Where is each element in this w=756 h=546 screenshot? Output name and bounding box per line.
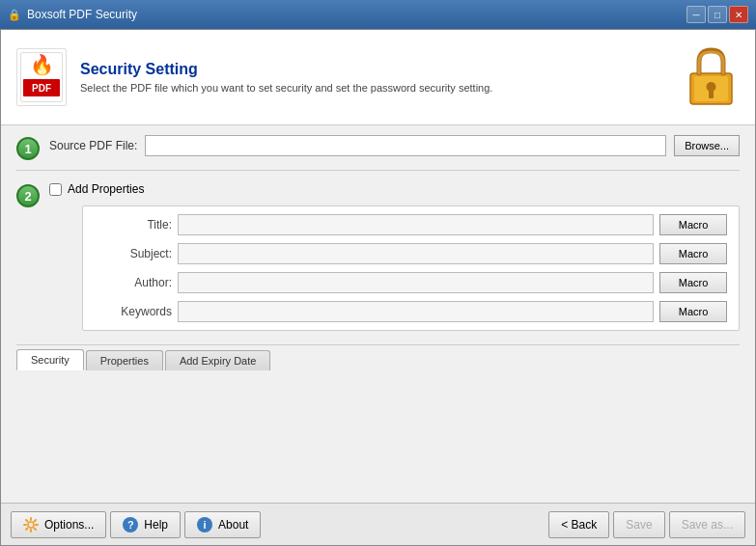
header-text: Security Setting Select the PDF file whi… [80,61,492,94]
back-button[interactable]: < Back [548,511,609,538]
info-icon: i [197,517,212,532]
options-label: Options... [44,518,94,532]
step1-content: Source PDF File: Browse... [49,135,740,156]
svg-point-2 [706,82,715,92]
save-as-button[interactable]: Save as... [669,511,745,538]
title-bar-text: Boxsoft PDF Security [27,8,137,21]
tab-add-expiry-date[interactable]: Add Expiry Date [165,350,270,370]
close-button[interactable]: ✕ [729,6,748,23]
add-properties-label: Add Properties [68,182,144,196]
keywords-input[interactable] [178,301,654,322]
header-left: PDF 🔥 Security Setting Select the PDF fi… [16,48,492,106]
author-label: Author: [95,276,172,289]
keywords-macro-button[interactable]: Macro [659,301,727,322]
save-button[interactable]: Save [613,511,664,538]
step2-row: 2 Add Properties Title: Macro Subject: [16,182,740,331]
save-label: Save [626,518,652,532]
lock-icon [682,43,740,111]
step1-row: 1 Source PDF File: Browse... [16,135,740,160]
source-pdf-label: Source PDF File: [49,139,137,152]
source-pdf-input[interactable] [145,135,666,156]
subject-input[interactable] [178,243,654,264]
footer-left-buttons: Options... ? Help i About [11,511,261,538]
header-section: PDF 🔥 Security Setting Select the PDF fi… [1,30,755,125]
main-window: PDF 🔥 Security Setting Select the PDF fi… [0,29,756,546]
title-macro-button[interactable]: Macro [659,214,727,235]
title-bar: 🔒 Boxsoft PDF Security ─ □ ✕ [0,0,756,29]
step2-badge: 2 [16,184,40,207]
author-macro-button[interactable]: Macro [659,272,727,293]
subject-macro-button[interactable]: Macro [659,243,727,264]
author-input[interactable] [178,272,654,293]
gear-icon [23,517,39,532]
about-button[interactable]: i About [184,511,261,538]
about-label: About [218,518,248,532]
content-area: 1 Source PDF File: Browse... 2 Add Prope… [1,125,755,503]
title-input[interactable] [178,214,654,235]
browse-button[interactable]: Browse... [674,135,740,156]
header-description: Select the PDF file which you want to se… [80,82,492,94]
save-as-label: Save as... [682,518,733,532]
title-bar-icon: 🔒 [8,9,21,21]
step1-badge: 1 [16,137,40,160]
options-button[interactable]: Options... [11,511,106,538]
add-properties-checkbox[interactable] [49,183,62,196]
pdf-file-icon: PDF 🔥 [16,48,67,106]
subject-label: Subject: [95,247,172,260]
header-title: Security Setting [80,61,492,78]
help-icon: ? [123,517,138,532]
step2-content: Add Properties Title: Macro Subject: Mac… [49,182,740,331]
add-properties-row: Add Properties [49,182,740,196]
svg-rect-3 [709,91,714,98]
keywords-label: Keywords [95,305,172,318]
tabs-row: Security Properties Add Expiry Date [16,344,740,370]
tab-security[interactable]: Security [16,349,84,370]
help-button[interactable]: ? Help [110,511,181,538]
back-label: < Back [561,518,597,532]
footer: Options... ? Help i About < Back Save Sa… [1,503,755,545]
tab-properties[interactable]: Properties [86,350,163,370]
title-label: Title: [95,218,172,232]
form-grid: Title: Macro Subject: Macro Author: Macr… [95,214,727,322]
help-label: Help [144,518,168,532]
minimize-button[interactable]: ─ [686,6,706,23]
maximize-button[interactable]: □ [708,6,727,23]
svg-point-4 [28,522,34,528]
divider-1 [16,170,740,171]
lock-svg [685,44,738,110]
properties-section: Title: Macro Subject: Macro Author: Macr… [82,205,740,331]
